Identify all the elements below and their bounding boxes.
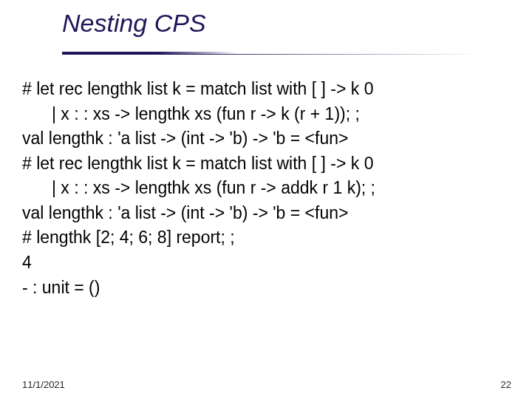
code-body: # let rec lengthk list k = match list wi… [22,77,514,300]
footer-date: 11/1/2021 [22,379,65,390]
code-line: 4 [22,250,514,276]
code-line: | x : : xs -> lengthk xs (fun r -> addk … [22,176,514,201]
footer-page-number: 22 [501,379,511,390]
code-line: val lengthk : 'a list -> (int -> 'b) -> … [22,201,514,226]
code-line: val lengthk : 'a list -> (int -> 'b) -> … [22,126,514,151]
slide-title: Nesting CPS [62,9,502,38]
code-line: - : unit = () [22,276,514,301]
code-line: | x : : xs -> lengthk xs (fun r -> k (r … [22,102,514,127]
slide: Nesting CPS # let rec lengthk list k = m… [0,0,532,399]
title-underline-thin [62,54,502,55]
code-line: # let rec lengthk list k = match list wi… [22,151,514,177]
code-line: # let rec lengthk list k = match list wi… [22,77,514,102]
code-line: # lengthk [2; 4; 6; 8] report; ; [22,225,514,250]
title-block: Nesting CPS [62,9,502,38]
